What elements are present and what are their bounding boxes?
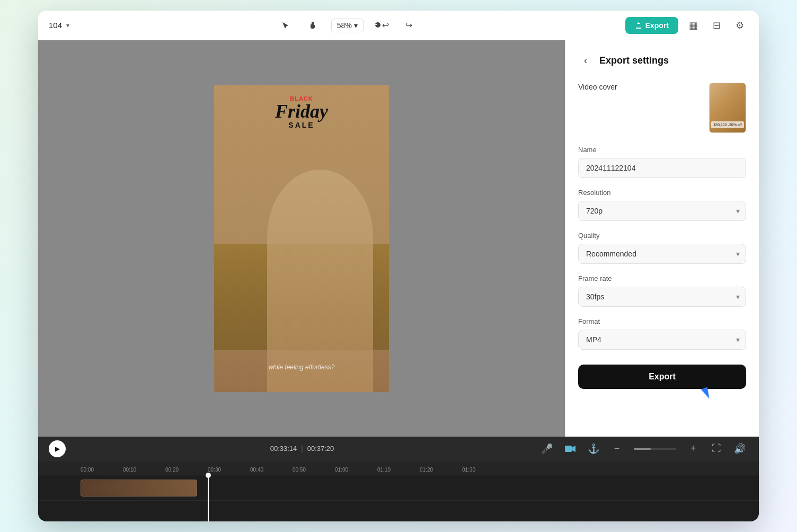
zoom-value: 58% bbox=[337, 21, 352, 30]
thumbnail-image: $50,120 -30% off bbox=[710, 83, 746, 132]
ruler-mark-130: 01:30 bbox=[462, 467, 504, 473]
quality-section: Quality Recommended High Medium Low ▾ bbox=[578, 232, 746, 264]
video-caption: while feeling effortless? bbox=[214, 363, 389, 371]
hand-icon bbox=[309, 21, 317, 30]
video-preview: BLACK Friday SALE while feeling effortle… bbox=[214, 85, 389, 392]
app-window: 104 ▾ 58% ▾ ↩ bbox=[38, 11, 759, 521]
layout-button[interactable]: ⊟ bbox=[708, 17, 725, 34]
panel-title: Export settings bbox=[599, 55, 669, 66]
format-section: Format MP4 MOV GIF WebM ▾ bbox=[578, 317, 746, 350]
video-title-overlay: BLACK Friday SALE bbox=[275, 95, 328, 129]
timeline-tracks bbox=[38, 475, 759, 521]
ruler-mark-50: 00:50 bbox=[293, 467, 335, 473]
main-content: BLACK Friday SALE while feeling effortle… bbox=[38, 40, 759, 437]
toolbar: 104 ▾ 58% ▾ ↩ bbox=[38, 11, 759, 40]
total-time: 00:37:20 bbox=[307, 445, 334, 453]
resolution-select-wrapper: 720p 1080p 4K ▾ bbox=[578, 201, 746, 221]
frame-rate-select[interactable]: 24fps 30fps 60fps bbox=[578, 287, 746, 307]
undo-icon bbox=[374, 21, 382, 30]
format-select-wrapper: MP4 MOV GIF WebM ▾ bbox=[578, 330, 746, 350]
quality-select-wrapper: Recommended High Medium Low ▾ bbox=[578, 244, 746, 264]
export-settings-panel: ‹ Export settings Video cover $50,120 -3… bbox=[565, 40, 759, 437]
playhead-marker bbox=[206, 473, 211, 478]
zoom-control[interactable]: 58% ▾ bbox=[331, 19, 364, 32]
friday-label: Friday bbox=[275, 102, 328, 121]
frame-rate-section: Frame rate 24fps 30fps 60fps ▾ bbox=[578, 274, 746, 307]
track-clip-1[interactable] bbox=[81, 480, 197, 496]
project-name: 104 bbox=[49, 21, 62, 30]
toolbar-right: Export ▦ ⊟ ⚙ bbox=[625, 17, 748, 34]
thumbnail-price: $50,120 -30% off bbox=[711, 121, 743, 128]
playhead bbox=[208, 475, 209, 521]
ruler-mark-100: 01:00 bbox=[335, 467, 377, 473]
time-separator: | bbox=[301, 445, 303, 453]
ruler-mark-10: 00:10 bbox=[123, 467, 165, 473]
zoom-in-button[interactable]: + bbox=[685, 440, 702, 457]
resolution-label: Resolution bbox=[578, 189, 746, 197]
export-upload-icon bbox=[635, 22, 642, 29]
ruler-mark-120: 01:20 bbox=[420, 467, 462, 473]
timeline-ruler: 00:00 00:10 00:20 00:30 00:40 00:50 01:0… bbox=[38, 460, 759, 475]
grid-view-button[interactable]: ▦ bbox=[685, 17, 702, 34]
svg-rect-0 bbox=[565, 446, 572, 452]
ruler-mark-110: 01:10 bbox=[377, 467, 420, 473]
back-icon: ‹ bbox=[584, 55, 587, 66]
timeline-area: ▶ 00:33:14 | 00:37:20 🎤 ⚓ − bbox=[38, 437, 759, 521]
timeline-right-controls: 🎤 ⚓ − + ⛶ 🔊 bbox=[538, 440, 748, 457]
video-cover-section: Video cover $50,120 -30% off bbox=[578, 83, 746, 133]
time-display: 00:33:14 | 00:37:20 bbox=[270, 445, 334, 453]
frame-rate-label: Frame rate bbox=[578, 274, 746, 282]
play-icon: ▶ bbox=[55, 445, 60, 453]
video-track-button[interactable] bbox=[562, 440, 579, 457]
resolution-section: Resolution 720p 1080p 4K ▾ bbox=[578, 189, 746, 221]
pointer-tool-button[interactable] bbox=[276, 16, 295, 35]
video-cover-label: Video cover bbox=[578, 83, 617, 91]
play-button[interactable]: ▶ bbox=[49, 440, 66, 457]
timeline-controls: ▶ 00:33:14 | 00:37:20 🎤 ⚓ − bbox=[38, 437, 759, 460]
panel-header: ‹ Export settings bbox=[578, 53, 746, 68]
person-silhouette bbox=[267, 170, 373, 392]
name-input[interactable] bbox=[578, 158, 746, 178]
mic-button[interactable]: 🎤 bbox=[538, 440, 555, 457]
undo-button[interactable]: ↩ bbox=[372, 16, 391, 35]
redo-button[interactable]: ↪ bbox=[400, 16, 419, 35]
format-label: Format bbox=[578, 317, 746, 325]
hand-tool-button[interactable] bbox=[304, 16, 323, 35]
fullscreen-button[interactable]: ⛶ bbox=[708, 440, 725, 457]
zoom-out-button[interactable]: − bbox=[608, 440, 625, 457]
video-thumbnail[interactable]: $50,120 -30% off bbox=[709, 83, 746, 133]
current-time: 00:33:14 bbox=[270, 445, 297, 453]
sale-label: SALE bbox=[275, 121, 328, 129]
ruler-mark-30: 00:30 bbox=[208, 467, 250, 473]
timeline-track-1 bbox=[38, 475, 759, 501]
back-button[interactable]: ‹ bbox=[578, 53, 593, 68]
format-select[interactable]: MP4 MOV GIF WebM bbox=[578, 330, 746, 350]
ruler-mark-40: 00:40 bbox=[250, 467, 293, 473]
video-track-icon bbox=[565, 445, 575, 453]
export-action-button[interactable]: Export bbox=[578, 365, 746, 389]
frame-rate-select-wrapper: 24fps 30fps 60fps ▾ bbox=[578, 287, 746, 307]
pointer-icon bbox=[281, 21, 290, 30]
toolbar-center: 58% ▾ ↩ ↪ bbox=[76, 16, 619, 35]
ruler-mark-0: 00:00 bbox=[81, 467, 123, 473]
resolution-select[interactable]: 720p 1080p 4K bbox=[578, 201, 746, 221]
export-header-button[interactable]: Export bbox=[625, 17, 678, 34]
ruler-mark-20: 00:20 bbox=[165, 467, 208, 473]
name-section: Name bbox=[578, 146, 746, 178]
present-button[interactable]: 🔊 bbox=[731, 440, 748, 457]
project-dropdown-icon[interactable]: ▾ bbox=[66, 22, 69, 29]
name-label: Name bbox=[578, 146, 746, 154]
toolbar-left: 104 ▾ bbox=[49, 21, 69, 30]
zoom-dropdown-icon: ▾ bbox=[354, 21, 358, 30]
canvas-area[interactable]: BLACK Friday SALE while feeling effortle… bbox=[38, 40, 565, 437]
quality-label: Quality bbox=[578, 232, 746, 240]
anchor-button[interactable]: ⚓ bbox=[585, 440, 602, 457]
export-button-label: Export bbox=[645, 21, 669, 30]
zoom-slider[interactable] bbox=[634, 448, 676, 450]
settings-button[interactable]: ⚙ bbox=[731, 17, 748, 34]
quality-select[interactable]: Recommended High Medium Low bbox=[578, 244, 746, 264]
